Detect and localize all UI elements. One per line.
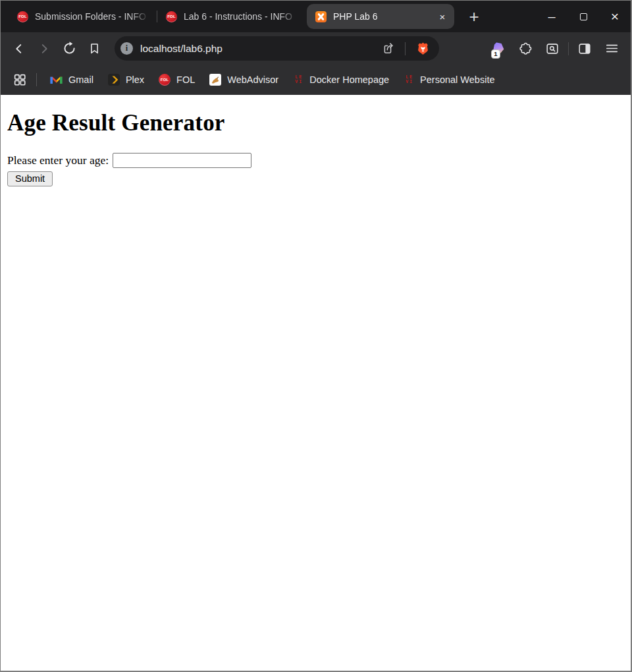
age-form-row: Please enter your age: — [7, 153, 624, 168]
hamburger-menu-icon — [604, 41, 619, 56]
fol-icon-text: FOL — [161, 78, 169, 82]
tab-lab6-instructions[interactable]: FOL Lab 6 - Instructions - INFO — [157, 1, 305, 32]
browser-window: FOL Submission Folders - INFO FOL Lab 6 … — [0, 0, 632, 672]
submit-button[interactable]: Submit — [7, 171, 53, 186]
bookmark-label: WebAdvisor — [227, 74, 278, 85]
levi-icon: LE VI — [404, 74, 414, 85]
maximize-icon — [580, 13, 587, 20]
close-icon: × — [611, 9, 619, 24]
age-input[interactable] — [113, 153, 251, 168]
levi-icon-bottom: VI — [404, 80, 413, 84]
bookmarks-separator — [36, 73, 37, 86]
wildcat-icon — [211, 75, 221, 85]
url-text[interactable]: localhost/lab6.php — [140, 43, 372, 55]
bookmark-label: Gmail — [68, 74, 93, 85]
bookmark-personal-website[interactable]: LE VI Personal Website — [398, 71, 500, 88]
levi-icon-top: LE — [404, 75, 413, 80]
minimize-button[interactable]: – — [536, 1, 567, 32]
levi-icon-top: LE — [294, 75, 303, 80]
plex-icon — [108, 74, 120, 86]
bookmark-label: FOL — [176, 74, 195, 85]
fol-icon: FOL — [159, 74, 171, 86]
address-bar[interactable]: i localhost/lab6.php — [115, 36, 439, 61]
forward-icon — [37, 42, 51, 56]
brave-shield-icon — [415, 41, 431, 56]
navigation-toolbar: i localhost/lab6.php — [1, 32, 631, 65]
tab-title: Submission Folders - INFO — [35, 11, 151, 22]
levi-icon-bottom: VI — [294, 80, 303, 84]
bookmark-page-button[interactable] — [82, 37, 106, 61]
bookmarks-bar: Gmail Plex FOL FOL WebAdvisor — [1, 65, 631, 95]
window-controls: – × — [536, 1, 631, 32]
search-tabs-button[interactable] — [541, 38, 564, 60]
bookmark-webadvisor[interactable]: WebAdvisor — [204, 70, 284, 89]
forward-button-disabled[interactable] — [32, 37, 56, 61]
reload-icon — [62, 41, 77, 56]
bookmark-plex[interactable]: Plex — [103, 70, 149, 89]
page-content: Age Result Generator Please enter your a… — [1, 95, 631, 671]
minimize-icon: – — [548, 9, 555, 24]
reload-button[interactable] — [57, 37, 81, 61]
tab-php-lab6-active[interactable]: PHP Lab 6 × — [307, 4, 454, 29]
tab-title: Lab 6 - Instructions - INFO — [184, 11, 300, 22]
xampp-favicon — [315, 11, 327, 22]
toolbar-separator — [568, 42, 569, 55]
extensions-button[interactable] — [514, 38, 537, 60]
tab-submission-folders[interactable]: FOL Submission Folders - INFO — [9, 1, 157, 32]
urlbar-separator — [405, 42, 406, 55]
puzzle-icon — [518, 42, 533, 56]
fol-favicon-text: FOL — [18, 14, 27, 18]
bookmark-icon — [88, 42, 101, 55]
site-info-icon[interactable]: i — [120, 42, 133, 55]
page-title: Age Result Generator — [7, 110, 624, 136]
menu-button[interactable] — [600, 38, 623, 60]
bookmark-label: Plex — [126, 74, 144, 85]
maximize-button[interactable] — [567, 1, 599, 32]
fol-favicon-text: FOL — [167, 14, 176, 18]
gmail-icon — [50, 75, 63, 85]
fol-favicon: FOL — [166, 11, 177, 22]
brave-shields-button[interactable] — [413, 38, 433, 60]
share-icon — [382, 42, 396, 55]
bookmark-fol[interactable]: FOL FOL — [153, 70, 200, 89]
tab-strip: FOL Submission Folders - INFO FOL Lab 6 … — [1, 1, 631, 32]
bookmark-label: Personal Website — [420, 74, 494, 85]
age-input-label: Please enter your age: — [7, 154, 109, 167]
bookmark-gmail[interactable]: Gmail — [45, 71, 99, 88]
sidebar-icon — [577, 42, 592, 56]
levi-icon: LE VI — [293, 74, 303, 85]
back-button[interactable] — [7, 37, 31, 61]
close-button[interactable]: × — [599, 1, 631, 32]
apps-grid-icon — [13, 72, 27, 87]
extension-badge: 1 — [491, 49, 500, 59]
bookmark-docker-homepage[interactable]: LE VI Docker Homepage — [288, 71, 394, 88]
tab-close-button[interactable]: × — [436, 10, 449, 23]
back-icon — [12, 42, 26, 56]
webadvisor-icon — [209, 74, 221, 86]
search-window-icon — [545, 42, 560, 56]
toolbar-extensions-area: 1 — [487, 38, 624, 60]
tab-title: PHP Lab 6 — [333, 11, 429, 22]
share-button[interactable] — [379, 38, 398, 60]
new-tab-button[interactable]: + — [462, 5, 486, 28]
bookmark-label: Docker Homepage — [309, 74, 389, 85]
sidebar-toggle-button[interactable] — [573, 38, 596, 60]
apps-grid-button[interactable] — [10, 69, 30, 91]
obsidian-extension-button[interactable]: 1 — [487, 38, 510, 60]
fol-favicon: FOL — [17, 11, 28, 22]
